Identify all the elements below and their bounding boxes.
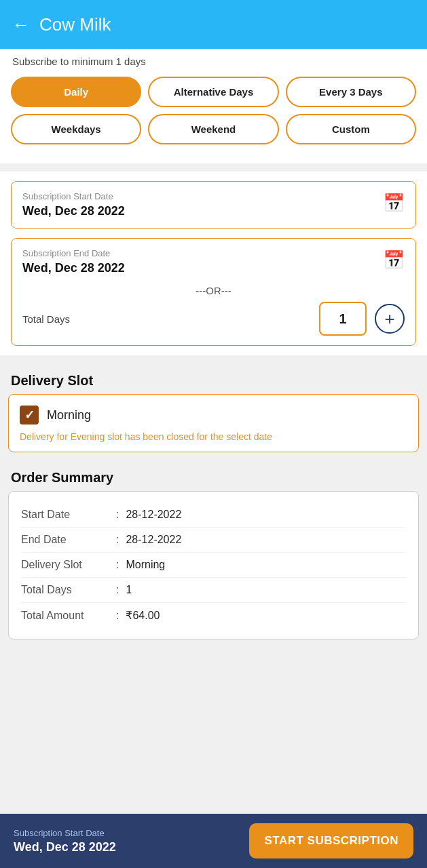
start-date-value: Wed, Dec 28 2022 xyxy=(22,204,125,218)
end-date-card: Subscription End Date Wed, Dec 28 2022 📅… xyxy=(11,238,416,346)
freq-btn-weekdays[interactable]: Weekdays xyxy=(11,114,141,144)
page-title: Cow Milk xyxy=(39,14,111,35)
bottom-sub-date-label: Subscription Start Date xyxy=(14,828,116,838)
freq-btn-weekend[interactable]: Weekend xyxy=(148,114,278,144)
order-sep: : xyxy=(116,534,119,546)
order-key: Delivery Slot xyxy=(21,559,116,571)
frequency-card: Daily Alternative Days Every 3 Days Week… xyxy=(0,67,427,163)
start-subscription-button[interactable]: START SUBSCRIPTION xyxy=(249,823,413,859)
order-summary-card: Start Date : 28-12-2022 End Date : 28-12… xyxy=(8,491,419,639)
end-date-label: Subscription End Date xyxy=(22,248,125,258)
total-days-row: Total Days + xyxy=(22,302,405,336)
morning-slot-row: ✓ Morning xyxy=(20,406,407,425)
bottom-sub-date-value: Wed, Dec 28 2022 xyxy=(14,840,116,854)
order-row: End Date : 28-12-2022 xyxy=(21,528,406,553)
order-summary-title: Order Summary xyxy=(0,460,427,491)
order-row: Start Date : 28-12-2022 xyxy=(21,502,406,528)
order-val: Morning xyxy=(126,559,165,571)
order-sep: : xyxy=(116,509,119,521)
order-row: Total Amount : ₹64.00 xyxy=(21,603,406,628)
order-key: Total Amount xyxy=(21,610,116,622)
bottom-start-date: Subscription Start Date Wed, Dec 28 2022 xyxy=(14,828,116,854)
bottom-bar: Subscription Start Date Wed, Dec 28 2022… xyxy=(0,814,427,868)
increment-days-button[interactable]: + xyxy=(375,304,405,334)
order-row: Delivery Slot : Morning xyxy=(21,553,406,578)
app-header: ← Cow Milk xyxy=(0,0,427,49)
end-date-calendar-icon[interactable]: 📅 xyxy=(383,250,405,271)
back-button[interactable]: ← xyxy=(12,14,30,35)
order-sep: : xyxy=(116,559,119,571)
freq-row-1: Daily Alternative Days Every 3 Days xyxy=(11,77,416,107)
freq-row-2: Weekdays Weekend Custom xyxy=(11,114,416,144)
order-sep: : xyxy=(116,584,119,596)
order-row: Total Days : 1 xyxy=(21,578,406,603)
order-key: Start Date xyxy=(21,509,116,521)
evening-slot-warning: Delivery for Evening slot has been close… xyxy=(20,431,407,442)
freq-btn-custom[interactable]: Custom xyxy=(286,114,416,144)
freq-btn-alternative-days[interactable]: Alternative Days xyxy=(148,77,278,107)
order-val: ₹64.00 xyxy=(126,609,160,622)
freq-btn-daily[interactable]: Daily xyxy=(11,77,141,107)
order-val: 28-12-2022 xyxy=(126,509,181,521)
order-key: Total Days xyxy=(21,584,116,596)
or-divider: ---OR--- xyxy=(22,285,405,296)
order-val: 28-12-2022 xyxy=(126,534,181,546)
freq-btn-every-3-days[interactable]: Every 3 Days xyxy=(286,77,416,107)
order-val: 1 xyxy=(126,584,132,596)
start-date-calendar-icon[interactable]: 📅 xyxy=(383,193,405,214)
start-date-label: Subscription Start Date xyxy=(22,191,125,201)
total-days-label: Total Days xyxy=(22,313,70,325)
delivery-slot-title: Delivery Slot xyxy=(0,363,427,394)
end-date-value: Wed, Dec 28 2022 xyxy=(22,261,125,275)
morning-checkbox[interactable]: ✓ xyxy=(20,406,39,425)
order-sep: : xyxy=(116,610,119,622)
delivery-slot-card: ✓ Morning Delivery for Evening slot has … xyxy=(8,394,419,452)
start-date-section: Subscription Start Date Wed, Dec 28 2022… xyxy=(0,172,427,355)
total-days-input[interactable] xyxy=(319,302,367,336)
start-date-card: Subscription Start Date Wed, Dec 28 2022… xyxy=(11,181,416,229)
subscribe-notice: Subscribe to minimum 1 days xyxy=(0,49,427,67)
order-key: End Date xyxy=(21,534,116,546)
morning-label: Morning xyxy=(47,408,91,422)
